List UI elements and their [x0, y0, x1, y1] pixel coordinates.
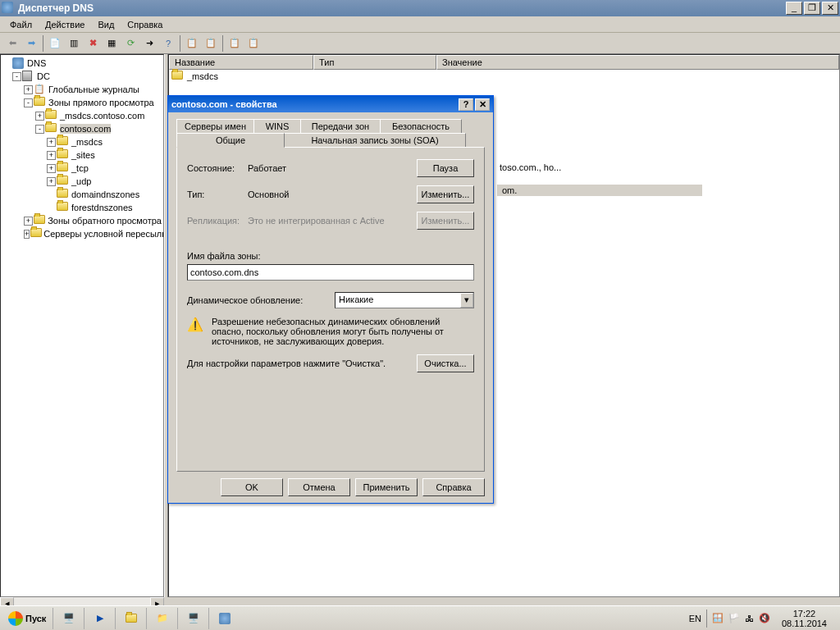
- tree-sub-sites[interactable]: +_sites: [2, 148, 162, 162]
- dynupdate-select[interactable]: Никакие ▾: [335, 292, 474, 308]
- properties-dialog: contoso.com - свойства ? ✕ Серверы имен …: [167, 95, 494, 504]
- start-button[interactable]: Пуск: [2, 609, 52, 628]
- list-item[interactable]: _msdcs: [169, 70, 839, 83]
- scavenge-button[interactable]: Очистка...: [417, 354, 474, 372]
- tree-panel[interactable]: DNS -DC +📋Глобальные журналы -Зоны прямо…: [0, 54, 164, 597]
- apply-button[interactable]: Применить: [355, 478, 418, 496]
- warning-text: Разрешение небезопасных динамических обн…: [212, 317, 474, 346]
- change-replication-button: Изменить...: [417, 212, 474, 230]
- change-type-button[interactable]: Изменить...: [417, 185, 474, 203]
- back-button[interactable]: ⬅: [3, 34, 21, 52]
- tool-button-4[interactable]: 📋: [244, 34, 262, 52]
- expander-icon[interactable]: +: [24, 85, 33, 94]
- show-hide-button[interactable]: ▥: [65, 34, 83, 52]
- minimize-button[interactable]: _: [786, 2, 802, 15]
- taskbar-item-explorer[interactable]: [115, 608, 146, 629]
- menu-file[interactable]: Файл: [3, 18, 39, 31]
- expander-icon[interactable]: -: [35, 125, 44, 134]
- forward-button[interactable]: ➡: [22, 34, 40, 52]
- expander-icon[interactable]: +: [47, 164, 56, 173]
- tray-icon[interactable]: 🪟: [712, 613, 724, 623]
- tree-reverse-zones[interactable]: +Зоны обратного просмотра: [2, 214, 162, 227]
- type-label: Тип:: [187, 189, 248, 199]
- expander-icon[interactable]: +: [35, 112, 44, 121]
- tray-sound-icon[interactable]: 🔇: [759, 613, 770, 623]
- warning-icon: ⚠️: [187, 317, 203, 346]
- language-indicator[interactable]: EN: [689, 614, 701, 623]
- list-header: Название Тип Значение: [169, 55, 839, 70]
- tree-sub-msdcs[interactable]: +_msdcs: [2, 135, 162, 148]
- dialog-close-button[interactable]: ✕: [475, 98, 490, 111]
- tab-wins[interactable]: WINS: [253, 119, 301, 133]
- zonefile-label: Имя файла зоны:: [187, 251, 474, 261]
- help-button[interactable]: ?: [159, 34, 177, 52]
- tree-sub-domaindnszones[interactable]: domaindnszones: [2, 188, 162, 201]
- menu-action[interactable]: Действие: [39, 18, 91, 31]
- expander-icon[interactable]: +: [24, 230, 30, 239]
- expander-icon[interactable]: -: [24, 98, 33, 107]
- dialog-help-button-bottom[interactable]: Справка: [422, 478, 485, 496]
- title-bar: Диспетчер DNS _ ❐ ✕: [0, 0, 840, 16]
- close-button[interactable]: ✕: [822, 2, 838, 15]
- expander-icon[interactable]: -: [12, 72, 21, 81]
- dialog-body: Состояние: Работает Пауза Тип: Основной …: [176, 147, 485, 472]
- tree-global-logs[interactable]: +📋Глобальные журналы: [2, 83, 162, 96]
- tool-button-1[interactable]: 📋: [183, 34, 201, 52]
- clock[interactable]: 17:2208.11.2014: [775, 609, 833, 628]
- tab-security[interactable]: Безопасность: [380, 119, 462, 133]
- column-name[interactable]: Название: [169, 55, 313, 70]
- list-item[interactable]: om.: [497, 185, 702, 196]
- maximize-button[interactable]: ❐: [804, 2, 820, 15]
- tree-msdcs-zone[interactable]: +_msdcs.contoso.com: [2, 109, 162, 122]
- cancel-button[interactable]: Отмена: [288, 478, 350, 496]
- dialog-help-button[interactable]: ?: [459, 98, 473, 111]
- windows-logo-icon: [8, 611, 23, 626]
- taskbar-item-dns[interactable]: [208, 608, 240, 629]
- export-button[interactable]: ➜: [140, 34, 158, 52]
- pause-button[interactable]: Пауза: [417, 159, 474, 177]
- tray-network-icon[interactable]: 🖧: [745, 614, 754, 623]
- expander-icon[interactable]: +: [47, 138, 56, 147]
- column-type[interactable]: Тип: [313, 55, 436, 70]
- expander-icon[interactable]: +: [47, 151, 56, 160]
- dialog-title-bar[interactable]: contoso.com - свойства ? ✕: [168, 96, 493, 112]
- tab-nameservers[interactable]: Серверы имен: [176, 119, 254, 133]
- tree-server-dc[interactable]: -DC: [2, 70, 162, 83]
- tree-contoso-zone[interactable]: -contoso.com: [2, 122, 162, 135]
- dialog-title: contoso.com - свойства: [171, 99, 457, 109]
- up-button[interactable]: 📄: [46, 34, 64, 52]
- properties-button[interactable]: ▦: [103, 34, 121, 52]
- taskbar-item-5[interactable]: 🖥️: [177, 608, 208, 629]
- expander-icon[interactable]: +: [24, 217, 33, 226]
- scavenge-hint: Для настройки параметров нажмите "Очистк…: [187, 358, 417, 368]
- state-value: Работает: [248, 163, 417, 173]
- tab-soa[interactable]: Начальная запись зоны (SOA): [284, 133, 466, 147]
- replication-label: Репликация:: [187, 216, 248, 226]
- taskbar-item-4[interactable]: 📁: [146, 608, 177, 629]
- zonefile-input[interactable]: [187, 264, 474, 281]
- app-icon: [2, 2, 15, 15]
- menu-help[interactable]: Справка: [121, 18, 169, 31]
- menu-view[interactable]: Вид: [91, 18, 121, 31]
- state-label: Состояние:: [187, 163, 248, 173]
- expander-icon[interactable]: +: [47, 177, 56, 186]
- column-value[interactable]: Значение: [436, 55, 839, 70]
- refresh-button[interactable]: ⟳: [121, 34, 139, 52]
- tree-sub-udp[interactable]: +_udp: [2, 175, 162, 188]
- tree-root-dns[interactable]: DNS: [2, 57, 162, 70]
- ok-button[interactable]: OK: [221, 478, 283, 496]
- tree-conditional-forwarders[interactable]: +Серверы условной пересылки: [2, 227, 162, 240]
- tool-button-3[interactable]: 📋: [226, 34, 244, 52]
- delete-button[interactable]: ✖: [84, 34, 102, 52]
- taskbar-item-server-manager[interactable]: 🖥️: [52, 608, 84, 629]
- tree-sub-forestdnszones[interactable]: forestdnszones: [2, 201, 162, 214]
- tab-general[interactable]: Общие: [176, 133, 285, 148]
- tree-sub-tcp[interactable]: +_tcp: [2, 162, 162, 175]
- tab-zone-transfer[interactable]: Передачи зон: [300, 119, 381, 133]
- toolbar: ⬅ ➡ 📄 ▥ ✖ ▦ ⟳ ➜ ? 📋 📋 📋 📋: [0, 33, 840, 54]
- taskbar-item-powershell[interactable]: ▶: [84, 608, 115, 629]
- tray-flag-icon[interactable]: 🏳️: [728, 613, 740, 623]
- tool-button-2[interactable]: 📋: [202, 34, 220, 52]
- dropdown-arrow-icon[interactable]: ▾: [460, 293, 473, 308]
- tree-forward-zones[interactable]: -Зоны прямого просмотра: [2, 96, 162, 109]
